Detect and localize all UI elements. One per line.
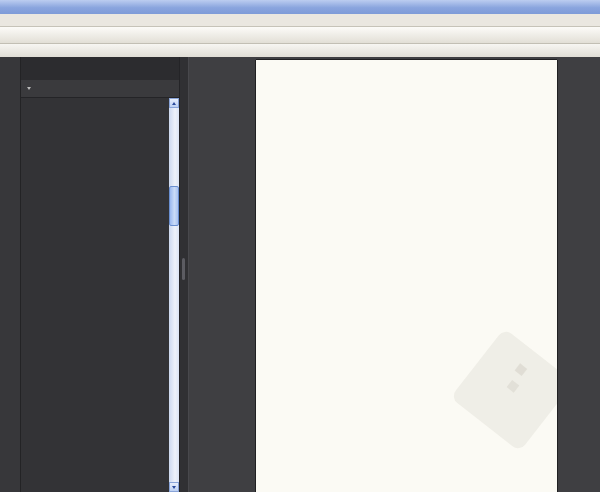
document-page-47 (256, 60, 557, 492)
title-bar (0, 0, 600, 14)
main-area (0, 57, 600, 492)
scroll-up-button[interactable] (169, 98, 179, 108)
task-toolbar (0, 27, 600, 44)
splitter-handle[interactable] (182, 258, 185, 280)
thumbnail-list (21, 98, 169, 492)
menu-bar (0, 14, 600, 27)
document-pane[interactable] (189, 57, 600, 492)
navigation-tab-strip (0, 57, 21, 492)
scrollbar-thumb[interactable] (169, 186, 179, 226)
pages-panel (21, 57, 179, 492)
watermark (450, 328, 557, 452)
botanical-illustration (256, 60, 557, 492)
pages-panel-toolbar (21, 80, 179, 98)
thumbnail-scrollbar[interactable] (169, 98, 179, 492)
chevron-down-icon (27, 87, 31, 90)
scroll-down-button[interactable] (169, 482, 179, 492)
pages-panel-header (21, 57, 179, 81)
acrobat-window (0, 0, 600, 492)
panel-splitter[interactable] (179, 57, 189, 492)
acrobat-icon[interactable] (3, 2, 14, 13)
